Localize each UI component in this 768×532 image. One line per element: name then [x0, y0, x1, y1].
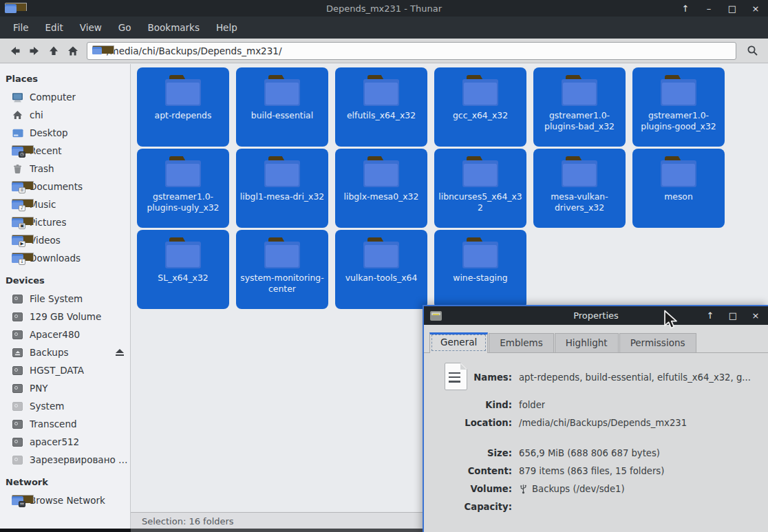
devices-section-title: Devices [0, 273, 130, 290]
sidebar-item-reserved[interactable]: Зарезервировано … [0, 451, 130, 469]
sidebar-item-videos[interactable]: ▶ Videos [0, 231, 130, 249]
tab-permissions[interactable]: Permissions [619, 333, 696, 352]
sidebar-item-music[interactable]: ♪ Music [0, 195, 130, 213]
properties-dialog: Properties ↑ □ × General Emblems Highlig… [423, 305, 768, 532]
menu-bookmarks[interactable]: Bookmarks [140, 19, 207, 36]
sidebar-item-label: Recent [30, 145, 62, 156]
app-folder-icon [5, 4, 17, 13]
tab-general[interactable]: General [429, 332, 488, 353]
menu-view[interactable]: View [72, 19, 109, 36]
folder-tile[interactable]: libglx-mesa0_x32 [335, 149, 427, 228]
sidebar-item-label: Trash [30, 163, 54, 174]
sidebar-item-recent[interactable]: ◷ Recent [0, 142, 130, 160]
window-title: Depends_mx231 - Thunar [0, 3, 768, 14]
sidebar-item-label: Backups [30, 347, 69, 358]
size-value: 656,9 MiB (688 806 687 bytes) [512, 448, 660, 458]
tab-emblems[interactable]: Emblems [489, 333, 554, 352]
back-icon [10, 45, 21, 56]
up-icon [48, 45, 59, 56]
folder-tile[interactable]: meson [632, 149, 725, 228]
sidebar-item-desktop[interactable]: Desktop [0, 124, 130, 142]
folder-tile[interactable]: vulkan-tools_x64 [335, 230, 427, 309]
size-label: Size: [424, 448, 512, 458]
sidebar-item-apacer512[interactable]: apacer512 [0, 433, 130, 451]
tab-highlight[interactable]: Highlight [555, 333, 619, 352]
sidebar-item-trash[interactable]: Trash [0, 160, 130, 178]
sidebar-item-label: Videos [30, 235, 61, 246]
sidebar-item-apacer480[interactable]: Apacer480 [0, 326, 130, 343]
back-button[interactable] [6, 42, 25, 60]
folder-tile[interactable]: apt-rdepends [137, 67, 229, 147]
sidebar-item-label: Documents [30, 181, 83, 192]
dialog-shade-icon[interactable]: ↑ [705, 310, 716, 321]
folder-tile[interactable]: gcc_x64_x32 [434, 67, 526, 147]
dialog-close-icon[interactable]: × [750, 310, 761, 321]
content-value: 879 items (863 files, 15 folders) [512, 466, 664, 476]
folder-tile[interactable]: wine-staging [434, 230, 526, 309]
folder-icon [461, 156, 500, 187]
folder-tile[interactable]: libncurses5_x64_x32 [434, 149, 526, 228]
sidebar-item-label: Зарезервировано … [30, 454, 128, 465]
path-folder-icon [92, 47, 102, 54]
sidebar-item-label: File System [30, 293, 83, 304]
drive-icon [12, 294, 23, 304]
search-button[interactable] [742, 42, 762, 60]
content-label: Content: [424, 466, 512, 476]
sidebar-item-downloads[interactable]: ↓ Downloads [0, 249, 130, 267]
dialog-titlebar[interactable]: Properties ↑ □ × [424, 306, 768, 325]
folder-icon [362, 75, 401, 106]
sidebar-item-file-system[interactable]: File System [0, 290, 130, 308]
sidebar-item-pictures[interactable]: ▣ Pictures [0, 213, 130, 231]
shade-icon[interactable]: ↑ [680, 3, 691, 14]
folder-tile[interactable]: mesa-vulkan-drivers_x32 [533, 149, 626, 228]
menu-edit[interactable]: Edit [38, 19, 71, 36]
minimize-icon[interactable]: – [703, 3, 714, 14]
sidebar-item-browse-network[interactable]: ↔ Browse Network [0, 491, 130, 509]
folder-tile[interactable]: gstreamer1.0-plugins-good_x32 [632, 67, 725, 147]
sidebar: Places Computer chi Desktop ◷ Recent Tra… [0, 64, 131, 529]
drive-icon [12, 365, 23, 376]
sidebar-item-system[interactable]: System [0, 397, 130, 415]
folder-tile[interactable]: gstreamer1.0-plugins-ugly_x32 [137, 149, 229, 228]
names-label: Names: [424, 372, 512, 383]
folder-tile[interactable]: SL_x64_x32 [137, 230, 229, 309]
sidebar-item-backups[interactable]: Backups [0, 343, 130, 361]
folder-name: vulkan-tools_x64 [342, 273, 421, 284]
sidebar-item-transcend[interactable]: Transcend [0, 415, 130, 433]
close-icon[interactable]: × [750, 3, 761, 14]
folder-tile[interactable]: gstreamer1.0-plugins-bad_x32 [533, 67, 626, 147]
sidebar-item-home[interactable]: chi [0, 106, 130, 124]
up-button[interactable] [44, 42, 63, 60]
sidebar-item-hgst-data[interactable]: HGST_DATA [0, 361, 130, 379]
folder-downloads-icon: ↓ [12, 253, 23, 264]
drive-icon [12, 312, 23, 322]
folder-icon [263, 75, 301, 106]
window-titlebar[interactable]: Depends_mx231 - Thunar ↑ – □ × [0, 0, 768, 17]
menu-help[interactable]: Help [209, 19, 245, 36]
folder-icon [164, 156, 202, 187]
eject-button[interactable] [116, 349, 124, 357]
home-button[interactable] [63, 42, 83, 60]
menu-file[interactable]: File [6, 19, 36, 36]
folder-name: system-monitoring-center [236, 273, 328, 295]
menu-go[interactable]: Go [111, 19, 139, 36]
sidebar-item-computer[interactable]: Computer [0, 88, 130, 106]
forward-button[interactable] [25, 42, 44, 60]
sidebar-item-documents[interactable]: ≡ Documents [0, 178, 130, 195]
sidebar-item-label: System [30, 401, 64, 412]
folder-tile[interactable]: build-essential [236, 67, 328, 147]
folder-name: gstreamer1.0-plugins-good_x32 [632, 110, 725, 133]
folder-documents-icon: ≡ [12, 182, 23, 192]
folder-tile[interactable]: system-monitoring-center [236, 230, 328, 309]
folder-icon [659, 156, 698, 187]
folder-tile[interactable]: elfutils_x64_x32 [335, 67, 427, 147]
sidebar-item-pny[interactable]: PNY [0, 379, 130, 397]
folder-name: libncurses5_x64_x32 [434, 191, 526, 214]
maximize-icon[interactable]: □ [727, 3, 738, 14]
drive-icon [12, 383, 23, 394]
sidebar-item-label: Downloads [30, 253, 81, 264]
folder-tile[interactable]: libgl1-mesa-dri_x32 [236, 149, 328, 228]
sidebar-item-129gb-volume[interactable]: 129 GB Volume [0, 308, 130, 326]
path-bar[interactable]: /media/chi/Backups/Depends_mx231/ [87, 42, 736, 60]
dialog-maximize-icon[interactable]: □ [727, 310, 738, 321]
